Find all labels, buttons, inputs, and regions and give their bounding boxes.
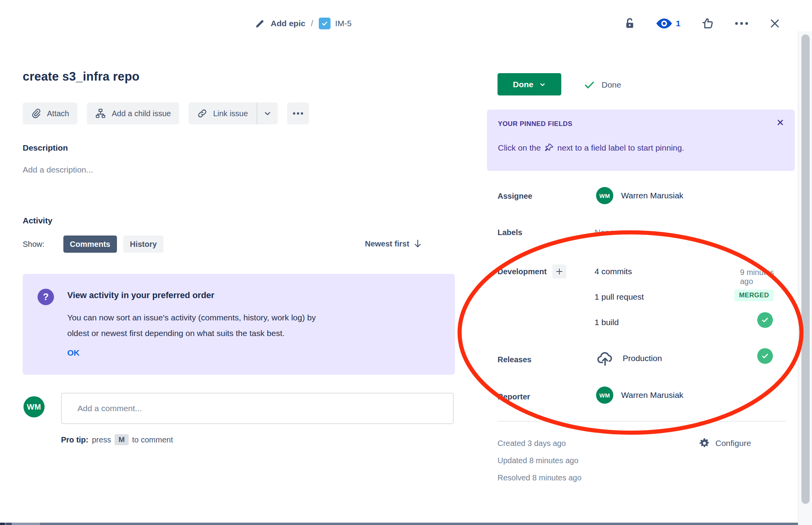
current-user-avatar: WM (23, 396, 45, 417)
protip-keycap: M (115, 434, 129, 445)
comment-protip: Pro tip: press M to comment (61, 434, 173, 445)
reporter-name: Warren Marusiak (621, 390, 683, 400)
reporter-label: Reporter (498, 392, 530, 401)
dev-commits-link[interactable]: 4 commits (595, 267, 632, 276)
updated-timestamp: Updated 8 minutes ago (498, 456, 578, 465)
description-heading: Description (23, 143, 68, 153)
activity-banner: ? View activity in your preferred order … (23, 274, 455, 375)
assignee-name: Warren Marusiak (621, 191, 683, 200)
bottom-window-edge (0, 523, 798, 525)
annotation-ellipse (450, 226, 812, 440)
attach-label: Attach (47, 109, 69, 118)
question-icon: ? (38, 289, 54, 305)
protip-label: Pro tip: (61, 435, 88, 444)
assignee-label: Assignee (498, 192, 532, 201)
pinned-fields-title: YOUR PINNED FIELDS (498, 120, 572, 128)
jira-issue-modal: Add epic / IM-5 1 create s3_infra repo (0, 0, 812, 525)
more-icon[interactable] (735, 21, 749, 26)
reporter-avatar: WM (596, 387, 613, 404)
link-issue-button[interactable]: Link issue (189, 102, 257, 124)
bottom-edge-segment (0, 523, 5, 525)
sort-label: Newest first (365, 239, 409, 248)
scrollbar-track[interactable] (798, 31, 812, 525)
release-name: Production (623, 354, 662, 363)
releases-value[interactable]: Production (596, 349, 662, 367)
more-actions-button[interactable] (287, 102, 309, 124)
chevron-down-icon (539, 81, 546, 88)
assignee-avatar: WM (596, 187, 613, 204)
banner-body-line2: oldest or newest first depending on what… (67, 325, 285, 341)
link-icon (197, 108, 207, 119)
link-issue-dropdown[interactable] (257, 102, 278, 124)
gear-icon (699, 437, 710, 449)
merged-status-badge: MERGED (735, 289, 774, 301)
labels-label: Labels (498, 228, 522, 237)
labels-value[interactable]: None (595, 228, 614, 237)
link-issue-split-button: Link issue (189, 102, 278, 124)
tab-comments[interactable]: Comments (63, 236, 117, 253)
link-issue-label: Link issue (213, 109, 248, 118)
page-title[interactable]: create s3_infra repo (23, 70, 140, 84)
watch-count: 1 (676, 19, 681, 28)
sort-order-control[interactable]: Newest first (365, 239, 422, 249)
check-icon (584, 79, 595, 91)
add-epic-button[interactable]: Add epic (271, 19, 305, 28)
child-issue-icon (95, 108, 106, 119)
dev-build-link[interactable]: 1 build (595, 318, 619, 327)
pinned-body-suffix: next to a field label to start pinning. (557, 143, 684, 153)
pin-icon (544, 143, 554, 153)
development-label-row: Development (498, 264, 566, 279)
unlock-icon[interactable] (623, 17, 636, 30)
pinned-close-icon[interactable] (776, 118, 785, 127)
thumbs-up-icon[interactable] (701, 17, 714, 30)
pinned-fields-panel: YOUR PINNED FIELDS Click on the next to … (487, 110, 795, 171)
releases-label: Releases (498, 355, 532, 364)
close-icon[interactable] (769, 18, 781, 29)
vertical-scrollbar[interactable] (801, 34, 810, 504)
add-child-issue-button[interactable]: Add a child issue (87, 102, 179, 124)
arrow-down-icon (413, 239, 422, 249)
description-field[interactable]: Add a description... (23, 165, 93, 174)
watchers-control[interactable]: 1 (656, 18, 681, 29)
eye-icon (656, 18, 672, 29)
banner-title: View activity in your preferred order (67, 290, 214, 300)
status-label: Done (513, 80, 534, 89)
status-dropdown-button[interactable]: Done (498, 73, 561, 95)
activity-heading: Activity (23, 216, 52, 225)
plus-icon[interactable] (552, 264, 566, 279)
issue-toolbar: Attach Add a child issue Link issue (23, 102, 309, 124)
comment-placeholder: Add a comment... (77, 404, 142, 413)
tab-history[interactable]: History (123, 236, 163, 253)
show-label: Show: (23, 240, 45, 249)
ellipsis-icon (293, 111, 304, 115)
banner-ok-button[interactable]: OK (67, 348, 80, 358)
task-check-icon (319, 18, 331, 29)
pinned-body-prefix: Click on the (498, 143, 541, 153)
protip-suffix: to comment (132, 435, 173, 444)
dev-commits-meta: 9 minutes ago (740, 268, 776, 286)
issue-key-link[interactable]: IM-5 (335, 19, 352, 28)
dev-pr-link[interactable]: 1 pull request (595, 292, 644, 302)
reporter-value[interactable]: WM Warren Marusiak (596, 387, 683, 404)
paperclip-icon (31, 108, 41, 119)
configure-button[interactable]: Configure (699, 437, 751, 449)
chevron-down-icon (263, 109, 272, 118)
assignee-value[interactable]: WM Warren Marusiak (596, 187, 683, 204)
activity-filter: Show: Comments History (23, 236, 163, 253)
bottom-edge-segment (6, 523, 12, 525)
add-child-issue-label: Add a child issue (112, 109, 171, 118)
created-timestamp: Created 3 days ago (498, 439, 566, 448)
build-success-icon (757, 312, 773, 328)
resolution-indicator: Done (584, 79, 621, 91)
attach-button[interactable]: Attach (23, 102, 77, 124)
header-actions: 1 (623, 13, 781, 34)
breadcrumb-separator: / (311, 18, 313, 29)
development-label: Development (498, 267, 547, 276)
resolved-timestamp: Resolved 8 minutes ago (498, 473, 582, 482)
banner-body-line1: You can now sort an issue's activity (co… (67, 310, 316, 325)
cloud-upload-icon (596, 349, 614, 367)
resolution-label: Done (602, 80, 621, 90)
configure-label: Configure (715, 439, 751, 448)
comment-input[interactable]: Add a comment... (61, 393, 454, 424)
pencil-icon (255, 18, 265, 29)
